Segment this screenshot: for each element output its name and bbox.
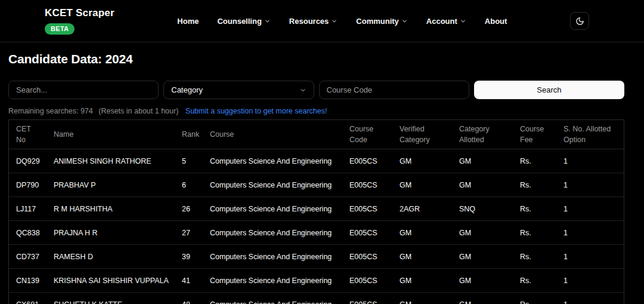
remaining-searches-text: Remaining searches: 974 — [8, 107, 93, 115]
table-cell: GM — [392, 293, 452, 304]
table-cell: E005CS — [342, 293, 392, 304]
table-cell: GM — [452, 173, 513, 197]
table-cell: GM — [392, 245, 452, 269]
table-row: CN139KRISHNA SAI SHISHIR VUPPALA41Comput… — [9, 269, 625, 293]
table-cell: 1 — [556, 173, 625, 197]
table-cell: GM — [392, 221, 452, 245]
table-row: QC838PRAJNA H R27Computers Science And E… — [9, 221, 625, 245]
table-cell: E005CS — [342, 269, 392, 293]
table-cell: 5 — [175, 149, 203, 173]
col-header-sno-allotted-option: S. No. Allotted Option — [556, 120, 625, 149]
col-header-course-code: Course Code — [342, 120, 392, 149]
table-cell: CD737 — [9, 245, 47, 269]
table-cell: 48 — [175, 293, 203, 304]
table-cell: Computers Science And Engineering — [203, 245, 342, 269]
table-cell: GM — [392, 269, 452, 293]
table-row: DQ929ANIMESH SINGH RATHORE5Computers Sci… — [9, 149, 625, 173]
table-cell: LJ117 — [9, 197, 47, 221]
candidate-table: CET No Name Rank Course Course Code Veri… — [9, 120, 625, 304]
candidate-table-container: CET No Name Rank Course Course Code Veri… — [8, 119, 624, 304]
filter-bar: Category Search — [8, 81, 624, 99]
category-select[interactable]: Category — [163, 81, 314, 99]
suggestion-link[interactable]: Submit a suggestion to get more searches… — [185, 107, 327, 115]
theme-toggle-button[interactable] — [570, 12, 589, 30]
table-cell: CN139 — [9, 269, 47, 293]
beta-badge: BETA — [45, 23, 75, 35]
search-input[interactable] — [8, 81, 159, 99]
table-body: DQ929ANIMESH SINGH RATHORE5Computers Sci… — [9, 149, 625, 304]
table-cell: Computers Science And Engineering — [203, 293, 342, 304]
nav-item-resources[interactable]: Resources — [289, 17, 338, 26]
category-select-value: Category — [171, 85, 203, 94]
table-cell: Computers Science And Engineering — [203, 269, 342, 293]
table-cell: E005CS — [342, 149, 392, 173]
table-cell: 1 — [556, 221, 625, 245]
table-cell: PRABHAV P — [47, 173, 175, 197]
search-button[interactable]: Search — [474, 81, 624, 99]
table-row: CX681SUCHETH K KATTE48Computers Science … — [9, 293, 625, 304]
table-cell: R M HARSHITHA — [47, 197, 175, 221]
moon-icon — [575, 17, 584, 26]
chevron-down-icon — [299, 87, 306, 94]
table-cell: Rs. — [513, 293, 556, 304]
nav-item-community[interactable]: Community — [356, 17, 408, 26]
table-cell: E005CS — [342, 221, 392, 245]
table-cell: 39 — [175, 245, 203, 269]
table-cell: Computers Science And Engineering — [203, 173, 342, 197]
chevron-down-icon — [331, 18, 338, 24]
table-cell: 1 — [556, 269, 625, 293]
col-header-verified-category: Verified Category — [392, 120, 452, 149]
table-cell: Rs. — [513, 245, 556, 269]
resets-text: (Resets in about 1 hour) — [98, 107, 178, 115]
table-cell: 1 — [556, 245, 625, 269]
table-cell: GM — [452, 269, 513, 293]
table-cell: E005CS — [342, 197, 392, 221]
col-header-name: Name — [47, 120, 175, 149]
table-cell: Computers Science And Engineering — [203, 197, 342, 221]
main-content: Candidate Data: 2024 Category Search Rem… — [0, 42, 644, 304]
course-code-input[interactable] — [319, 81, 469, 99]
nav-item-about[interactable]: About — [485, 17, 507, 26]
table-cell: GM — [452, 149, 513, 173]
table-cell: KRISHNA SAI SHISHIR VUPPALA — [47, 269, 175, 293]
chevron-down-icon — [401, 18, 408, 24]
search-quota-status: Remaining searches: 974 (Resets in about… — [8, 107, 624, 115]
navbar: KCET Scraper BETA Home Counselling Resou… — [0, 0, 644, 42]
table-cell: GM — [452, 245, 513, 269]
table-cell: ANIMESH SINGH RATHORE — [47, 149, 175, 173]
table-cell: E005CS — [342, 173, 392, 197]
table-cell: Rs. — [513, 149, 556, 173]
table-cell: 1 — [556, 293, 625, 304]
table-cell: 27 — [175, 221, 203, 245]
table-cell: GM — [452, 221, 513, 245]
table-cell: PRAJNA H R — [47, 221, 175, 245]
col-header-course: Course — [203, 120, 342, 149]
table-cell: DQ929 — [9, 149, 47, 173]
col-header-category-allotted: Category Allotted — [452, 120, 513, 149]
main-nav: Home Counselling Resources Community Acc… — [114, 17, 570, 26]
table-cell: Computers Science And Engineering — [203, 221, 342, 245]
table-cell: GM — [392, 173, 452, 197]
table-cell: 41 — [175, 269, 203, 293]
col-header-course-fee: Course Fee — [513, 120, 556, 149]
table-cell: GM — [392, 149, 452, 173]
table-row: CD737RAMESH D39Computers Science And Eng… — [9, 245, 625, 269]
table-cell: 2AGR — [392, 197, 452, 221]
table-cell: 1 — [556, 149, 625, 173]
table-header: CET No Name Rank Course Course Code Veri… — [9, 120, 625, 149]
table-cell: DP790 — [9, 173, 47, 197]
table-cell: SUCHETH K KATTE — [47, 293, 175, 304]
page-title: Candidate Data: 2024 — [8, 52, 624, 66]
table-row: DP790PRABHAV P6Computers Science And Eng… — [9, 173, 625, 197]
table-cell: CX681 — [9, 293, 47, 304]
brand-title: KCET Scraper — [45, 7, 114, 19]
table-cell: Computers Science And Engineering — [203, 149, 342, 173]
nav-item-home[interactable]: Home — [177, 17, 199, 26]
nav-item-account[interactable]: Account — [426, 17, 466, 26]
table-cell: Rs. — [513, 173, 556, 197]
table-cell: Rs. — [513, 221, 556, 245]
table-header-row: CET No Name Rank Course Course Code Veri… — [9, 120, 625, 149]
nav-item-counselling[interactable]: Counselling — [217, 17, 270, 26]
table-cell: 1 — [556, 197, 625, 221]
table-cell: E005CS — [342, 245, 392, 269]
